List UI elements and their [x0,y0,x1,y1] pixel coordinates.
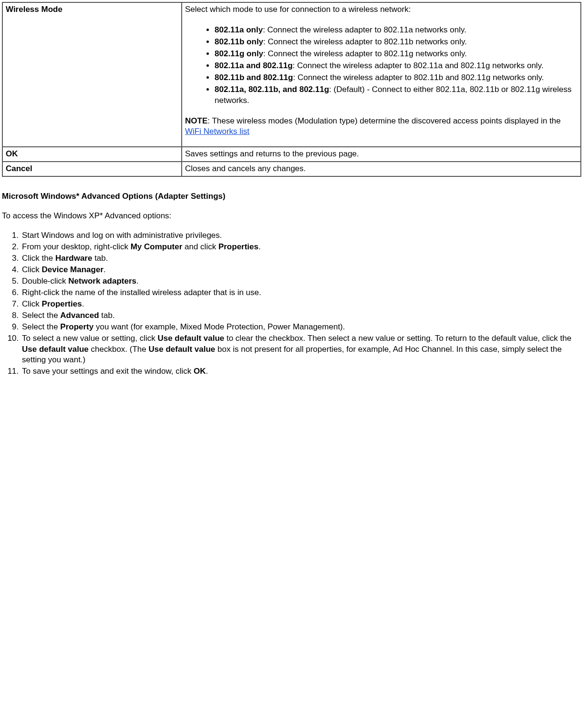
step-bold: Properties [42,299,82,308]
step-text: . [103,265,106,274]
list-item: Click the Hardware tab. [21,253,581,264]
step-text: to clear the checkbox. Then select a new… [224,334,571,343]
cell-desc: Closes and cancels any changes. [185,164,306,173]
item-text: : Connect the wireless adapter to 802.11… [263,25,466,34]
step-text: and click [182,242,218,251]
step-text: Start Windows and log on with administra… [22,231,222,240]
list-item: Click Properties. [21,299,581,310]
item-bold: 802.11a only [215,25,263,34]
ok-label-cell: OK [2,147,182,162]
list-item: Right-click the name of the installed wi… [21,287,581,298]
wireless-mode-desc: Select which mode to use for connection … [182,2,581,147]
item-bold: 802.11b only [215,37,263,46]
cancel-label-cell: Cancel [2,162,182,176]
wifi-networks-list-link[interactable]: WiFi Networks list [185,127,249,136]
step-text: Right-click the name of the installed wi… [22,288,261,297]
step-text: . [136,276,139,286]
list-item: To save your settings and exit the windo… [21,366,581,377]
item-bold: 802.11a, 802.11b, and 802.11g [215,85,329,94]
step-bold: Use default value [149,345,216,354]
cell-label: Wireless Mode [6,5,62,14]
note-block: NOTE: These wireless modes (Modulation t… [185,116,578,138]
step-text: . [82,299,84,308]
section-heading: Microsoft Windows* Advanced Options (Ada… [2,191,581,202]
step-text: Click the [22,254,55,263]
item-text: : Connect the wireless adapter to 802.11… [293,61,544,70]
step-text: tab. [99,311,115,320]
settings-table: Wireless Mode Select which mode to use f… [2,2,581,177]
step-bold: Use default value [22,345,89,354]
cell-label: OK [6,149,18,158]
item-bold: 802.11g only [215,49,263,58]
table-row: Cancel Closes and cancels any changes. [2,162,581,176]
note-text: : These wireless modes (Modulation type)… [207,116,561,125]
step-bold: Property [60,322,93,331]
step-text: checkbox. (The [89,345,149,354]
list-item: 802.11g only: Connect the wireless adapt… [215,49,578,60]
step-text: tab. [92,254,108,263]
step-text: . [258,242,261,251]
item-bold: 802.11a and 802.11g [215,61,293,70]
step-text: To save your settings and exit the windo… [22,367,194,376]
item-text: : Connect the wireless adapter to 802.11… [263,49,467,58]
step-text: From your desktop, right-click [22,242,131,251]
lead-text: To access the Windows XP* Advanced optio… [2,211,581,222]
list-item: Select the Property you want (for exampl… [21,322,581,333]
step-bold: Use default value [157,334,224,343]
note-label: NOTE [185,116,207,125]
list-item: 802.11b only: Connect the wireless adapt… [215,37,578,48]
list-item: To select a new value or setting, click … [21,333,581,366]
list-item: 802.11a, 802.11b, and 802.11g: (Default)… [215,84,578,106]
cancel-desc-cell: Closes and cancels any changes. [182,162,581,176]
list-item: 802.11a and 802.11g: Connect the wireles… [215,61,578,72]
mode-list: 802.11a only: Connect the wireless adapt… [185,25,578,106]
step-text: Select the [22,322,60,331]
table-row: Wireless Mode Select which mode to use f… [2,2,581,147]
intro-text: Select which mode to use for connection … [185,4,578,15]
list-item: From your desktop, right-click My Comput… [21,242,581,253]
step-bold: Properties [218,242,258,251]
item-text: : Connect the wireless adapter to 802.11… [293,73,544,82]
list-item: Select the Advanced tab. [21,310,581,321]
step-text: Click [22,299,42,308]
list-item: 802.11b and 802.11g: Connect the wireles… [215,72,578,83]
step-text: To select a new value or setting, click [22,334,157,343]
step-text: Select the [22,311,60,320]
step-text: Double-click [22,276,68,286]
step-text: . [206,367,208,376]
step-bold: My Computer [131,242,183,251]
step-bold: OK [194,367,206,376]
step-bold: Device Manager [42,265,103,274]
step-text: you want (for example, Mixed Mode Protec… [93,322,345,331]
step-bold: Hardware [55,254,92,263]
cell-desc: Saves settings and returns to the previo… [185,149,359,158]
step-bold: Advanced [60,311,99,320]
list-item: 802.11a only: Connect the wireless adapt… [215,25,578,36]
steps-list: Start Windows and log on with administra… [2,230,581,377]
item-bold: 802.11b and 802.11g [215,73,293,82]
cell-label: Cancel [6,164,32,173]
wireless-mode-label: Wireless Mode [2,2,182,147]
list-item: Double-click Network adapters. [21,276,581,287]
step-text: Click [22,265,42,274]
list-item: Click Device Manager. [21,265,581,276]
item-text: : Connect the wireless adapter to 802.11… [263,37,467,46]
list-item: Start Windows and log on with administra… [21,230,581,241]
table-row: OK Saves settings and returns to the pre… [2,147,581,162]
ok-desc-cell: Saves settings and returns to the previo… [182,147,581,162]
step-bold: Network adapters [68,276,136,286]
